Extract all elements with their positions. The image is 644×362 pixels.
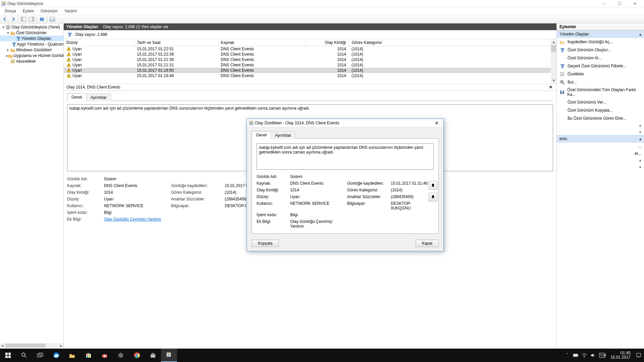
- taskbar-edge[interactable]: [48, 349, 64, 362]
- close-button[interactable]: ✕: [627, 0, 643, 7]
- tree-node[interactable]: ▸Uygulama ve Hizmet Günlükleri: [0, 53, 63, 58]
- collapse-icon[interactable]: ▴: [639, 32, 641, 37]
- menu-file[interactable]: Dosya: [1, 8, 19, 14]
- dialog-titlebar[interactable]: Olay Özellikleri - Olay 1014, DNS Client…: [247, 119, 443, 127]
- dialog-prev-button[interactable]: 🡅: [429, 181, 437, 190]
- grid-vscrollbar[interactable]: ▴▾: [551, 39, 556, 83]
- funnel-icon: [559, 47, 565, 53]
- tree-hscrollbar[interactable]: ◂▸: [0, 343, 63, 348]
- tree-node[interactable]: ▸Windows Günlükleri: [0, 47, 63, 53]
- maximize-button[interactable]: ☐: [612, 0, 627, 7]
- column-header[interactable]: Olay Kimliği: [305, 39, 349, 46]
- event-grid[interactable]: DüzeyTarih ve SaatKaynakOlay KimliğiGöre…: [64, 39, 551, 78]
- nav-forward-button[interactable]: [9, 15, 17, 23]
- dialog-close-button[interactable]: ✕: [432, 120, 441, 126]
- taskbar-eventviewer[interactable]: [161, 349, 177, 362]
- dialog-next-button[interactable]: 🡇: [429, 193, 437, 201]
- search-button[interactable]: [16, 349, 32, 362]
- action-item[interactable]: Özel Görünüm Kopyala...: [557, 106, 644, 114]
- dialog-tab-general[interactable]: Genel: [252, 131, 271, 139]
- taskbar-app2[interactable]: [145, 349, 161, 362]
- minimize-button[interactable]: ─: [596, 0, 612, 7]
- event-row[interactable]: Uyarı15.01.2017 01:22:36DNS Client Event…: [64, 57, 551, 62]
- toolbar-showhide-button[interactable]: [20, 15, 27, 23]
- action-item[interactable]: Özel Görünüm Oluştur...: [557, 46, 644, 54]
- taskview-button[interactable]: [32, 349, 48, 362]
- action-item[interactable]: Özel Görünümdeki Tüm Olayları Farklı Ka.…: [557, 86, 644, 98]
- tree-node[interactable]: Abonelikler: [0, 58, 63, 64]
- tree-node[interactable]: Yönetim Olayları: [0, 36, 63, 41]
- menu-action[interactable]: Eylem: [19, 8, 37, 14]
- menubar: Dosya Eylem Görünüm Yardım: [0, 7, 644, 15]
- tray-overflow-icon[interactable]: ˆ: [564, 353, 570, 358]
- taskbar-app-gift[interactable]: [97, 349, 113, 362]
- val-logname: Sistem: [104, 177, 171, 181]
- action-item-cut1[interactable]: ...: [557, 142, 644, 150]
- action-item-cut2[interactable]: et...: [557, 150, 644, 157]
- nav-back-button[interactable]: [1, 15, 9, 23]
- detail-header: Olay 1014, DNS Client Events ✕: [64, 83, 556, 91]
- action-item[interactable]: Bu Özel Görünüme Görev Ekle...: [557, 114, 644, 122]
- start-button[interactable]: [0, 349, 16, 362]
- taskbar-settings[interactable]: [113, 349, 129, 362]
- toolbar-help-button[interactable]: ?: [38, 15, 46, 23]
- svg-rect-24: [50, 19, 55, 21]
- event-row[interactable]: Uyarı15.01.2017 01:21:31DNS Client Event…: [64, 62, 551, 68]
- action-item[interactable]: Özel Görünümü Ver...: [557, 98, 644, 106]
- taskbar: ˆ TUR 01:45 15.01.2017: [0, 349, 644, 362]
- dialog-icon: [249, 121, 254, 125]
- tree-node[interactable]: Aygıt Yöneticisi - Qualcomm: [0, 41, 63, 47]
- action-item[interactable]: Kaydedilen Günlüğü Aç...: [557, 38, 644, 46]
- detail-close-button[interactable]: ✕: [548, 85, 554, 89]
- link-moreinfo[interactable]: Olay Günlüğü Çevrimiçi Yardımı: [104, 217, 161, 222]
- action-item-arrow2[interactable]: ▸: [557, 129, 644, 135]
- collapse-icon2[interactable]: ▴: [639, 136, 641, 141]
- dlbl-keywords: Anahtar Sözcükler:: [347, 194, 391, 199]
- svg-line-50: [119, 357, 119, 357]
- tree-node[interactable]: ▾Özel Görünümler: [0, 30, 63, 36]
- lbl-logged: Günlüğe kaydedilen:: [171, 183, 225, 188]
- dialog-message: isatap.kykwifi.com adı için ad çözümleme…: [257, 143, 434, 170]
- lbl-keywords: Anahtar Sözcükler:: [171, 197, 225, 201]
- taskbar-explorer[interactable]: [64, 349, 80, 362]
- action-item-arrow3[interactable]: ▸: [557, 157, 644, 164]
- lbl-level: Düzey:: [67, 197, 104, 201]
- event-row[interactable]: Uyarı15.01.2017 01:19:48DNS Client Event…: [64, 73, 551, 78]
- action-item-arrow4[interactable]: ▸: [557, 164, 644, 170]
- dialog-copy-button[interactable]: Kopyala: [252, 240, 279, 247]
- dialog-tab-details[interactable]: Ayrıntılar: [271, 131, 296, 139]
- toolbar-actionspane-button[interactable]: [28, 15, 35, 23]
- funnel-icon: [559, 63, 565, 69]
- action-item[interactable]: Bul...: [557, 78, 644, 86]
- tab-details[interactable]: Ayrıntılar: [86, 94, 111, 101]
- tray-wifi-icon[interactable]: [582, 353, 588, 358]
- svg-rect-62: [637, 353, 641, 357]
- val-user: NETWORK SERVICE: [104, 203, 171, 208]
- action-item[interactable]: Özel Görünüm Al...: [557, 54, 644, 62]
- column-header[interactable]: Görev Kategorisi: [349, 39, 551, 46]
- action-item[interactable]: Geçerli Özel Görünümü Filtrele...: [557, 62, 644, 70]
- tray-clock[interactable]: 01:45 15.01.2017: [608, 351, 633, 360]
- tray-lang-icon[interactable]: TUR: [599, 353, 605, 358]
- event-row[interactable]: Uyarı15.01.2017 01:22:39DNS Client Event…: [64, 52, 551, 57]
- tray-volume-icon[interactable]: [590, 353, 596, 358]
- dialog-close-btn[interactable]: Kapat: [416, 240, 439, 247]
- event-row[interactable]: Uyarı15.01.2017 01:19:50DNS Client Event…: [64, 68, 551, 73]
- tray-battery-icon[interactable]: [573, 353, 579, 357]
- toolbar-extra-button[interactable]: [49, 15, 56, 23]
- action-item[interactable]: Özellikler: [557, 70, 644, 78]
- tab-general[interactable]: Genel: [67, 93, 87, 101]
- menu-help[interactable]: Yardım: [61, 8, 80, 14]
- column-header[interactable]: Tarih ve Saat: [134, 39, 218, 46]
- event-row[interactable]: Uyarı15.01.2017 01:22:51DNS Client Event…: [64, 46, 551, 52]
- taskbar-store[interactable]: [80, 349, 97, 362]
- action-item-arrow[interactable]: ▸: [557, 122, 644, 129]
- window-title: Olay Görüntüleyicisi: [7, 1, 596, 6]
- tray-notifications-icon[interactable]: [636, 353, 642, 358]
- dialog-link-moreinfo[interactable]: Olay Günlüğü Çevrimiçi Yardımı: [290, 219, 332, 229]
- taskbar-chrome[interactable]: [129, 349, 145, 362]
- column-header[interactable]: Kaynak: [218, 39, 305, 46]
- tree-root[interactable]: ▾ Olay Görüntüleyicisi (Yerel): [0, 24, 63, 30]
- column-header[interactable]: Düzey: [64, 39, 134, 46]
- menu-view[interactable]: Görünüm: [37, 8, 61, 14]
